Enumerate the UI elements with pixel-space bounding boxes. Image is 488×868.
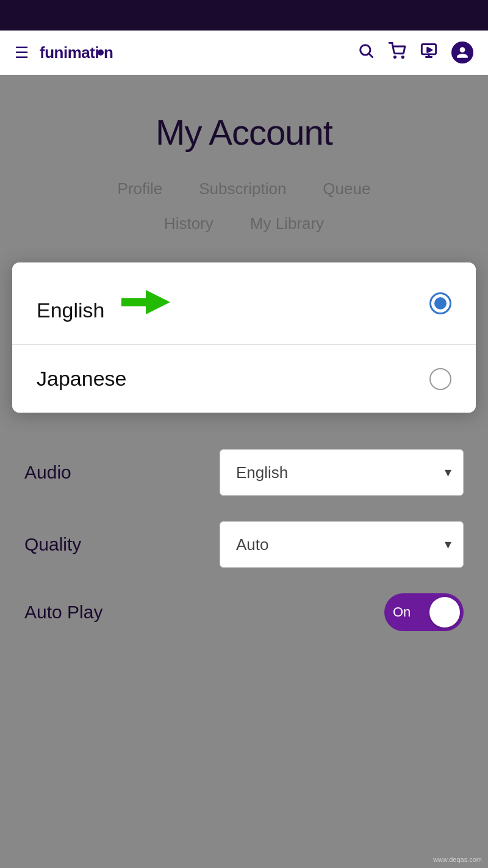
nav-history[interactable]: History — [146, 209, 232, 238]
autoplay-toggle[interactable]: On — [384, 593, 464, 631]
page-background: My Account Profile Subscription Queue Hi… — [0, 75, 488, 687]
cart-icon[interactable] — [388, 42, 406, 63]
quality-setting-row: Quality Auto 1080p 720p 480p 360p ▾ — [24, 521, 464, 568]
audio-select-wrapper: English Japanese ▾ — [220, 449, 464, 496]
nav-my-library[interactable]: My Library — [232, 209, 342, 238]
account-nav-row2: History My Library — [0, 209, 488, 238]
green-arrow-icon — [121, 286, 170, 324]
queue-icon[interactable] — [420, 42, 438, 63]
svg-marker-8 — [121, 290, 170, 314]
english-label: English — [37, 284, 170, 322]
radio-english-selected[interactable] — [429, 292, 451, 314]
autoplay-setting-row: Auto Play On — [24, 593, 464, 631]
nav-profile[interactable]: Profile — [99, 175, 181, 203]
svg-point-3 — [402, 56, 403, 57]
hamburger-icon[interactable]: ☰ — [15, 43, 29, 62]
header-right — [357, 42, 473, 63]
logo: funimatin — [40, 43, 113, 62]
language-option-english[interactable]: English — [12, 262, 476, 345]
settings-section: Audio English Japanese ▾ Quality Auto 10… — [0, 413, 488, 687]
nav-queue[interactable]: Queue — [304, 175, 389, 203]
audio-setting-row: Audio English Japanese ▾ — [24, 449, 464, 496]
language-modal-overlay: English Japanese — [0, 262, 488, 413]
audio-select[interactable]: English Japanese — [220, 449, 464, 496]
status-bar — [0, 0, 488, 31]
quality-select[interactable]: Auto 1080p 720p 480p 360p — [220, 521, 464, 568]
radio-selected-inner — [434, 297, 447, 309]
account-nav-row1: Profile Subscription Queue — [0, 175, 488, 203]
svg-point-2 — [394, 56, 395, 57]
audio-label: Audio — [24, 462, 71, 483]
language-option-japanese[interactable]: Japanese — [12, 345, 476, 413]
page-title: My Account — [0, 112, 488, 153]
nav-subscription[interactable]: Subscription — [181, 175, 304, 203]
svg-marker-7 — [428, 48, 432, 52]
header-left: ☰ funimatin — [15, 43, 113, 62]
autoplay-toggle-wrapper: On — [384, 593, 464, 631]
logo-dot — [98, 49, 104, 56]
autoplay-label: Auto Play — [24, 602, 102, 623]
header: ☰ funimatin — [0, 31, 488, 75]
quality-label: Quality — [24, 534, 81, 555]
japanese-label: Japanese — [37, 367, 126, 391]
autoplay-toggle-knob — [429, 597, 460, 627]
language-modal: English Japanese — [12, 262, 476, 413]
search-icon[interactable] — [357, 42, 375, 63]
autoplay-toggle-label: On — [393, 604, 411, 620]
avatar-icon[interactable] — [451, 42, 473, 63]
quality-select-wrapper: Auto 1080p 720p 480p 360p ▾ — [220, 521, 464, 568]
radio-japanese-unselected[interactable] — [429, 368, 451, 390]
svg-line-1 — [369, 54, 372, 57]
watermark: www.deqas.com — [433, 856, 482, 863]
